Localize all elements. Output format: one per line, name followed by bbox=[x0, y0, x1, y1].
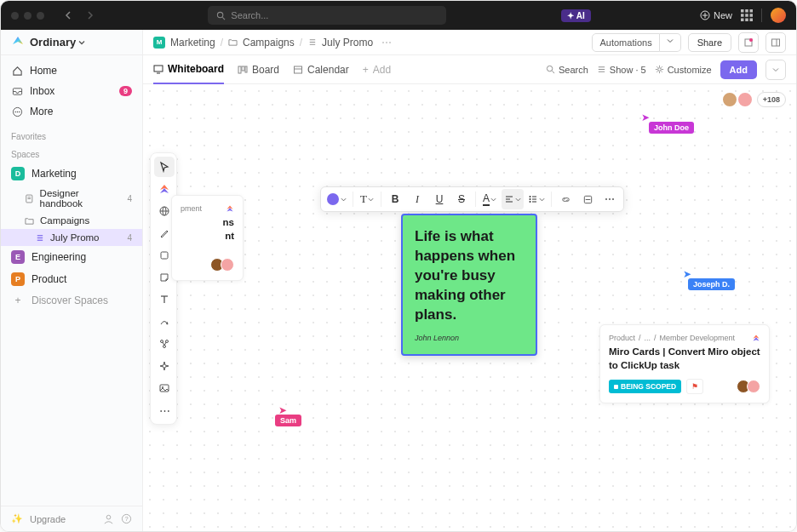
avatar bbox=[721, 91, 738, 108]
breadcrumb-space[interactable]: Marketing bbox=[170, 37, 215, 49]
plus-icon: + bbox=[363, 64, 369, 76]
tool-connector[interactable] bbox=[154, 312, 175, 332]
nav-more[interactable]: More bbox=[1, 101, 142, 122]
nav-forward-button[interactable] bbox=[80, 6, 99, 25]
more-circle-icon bbox=[11, 106, 23, 117]
nav-inbox[interactable]: Inbox 9 bbox=[1, 81, 142, 101]
italic-button[interactable]: I bbox=[407, 189, 427, 209]
task-status-badge[interactable]: BEING SCOPED bbox=[609, 380, 681, 393]
svg-rect-33 bbox=[154, 66, 163, 72]
tool-more[interactable]: ⋯ bbox=[154, 400, 175, 420]
workspace-switcher[interactable]: Ordinary bbox=[1, 30, 142, 55]
tool-text[interactable] bbox=[154, 289, 175, 310]
add-view-button[interactable]: + Add bbox=[363, 55, 391, 84]
global-search-input[interactable]: Search... bbox=[208, 6, 446, 25]
sidebar-list-july-promo[interactable]: July Promo 4 bbox=[1, 229, 142, 246]
avatar bbox=[737, 91, 754, 108]
sidebar-folder-campaigns[interactable]: Campaigns bbox=[1, 212, 142, 229]
spaces-header[interactable]: Spaces bbox=[1, 145, 142, 163]
new-button[interactable]: New bbox=[700, 10, 732, 20]
tool-relationship[interactable] bbox=[154, 334, 175, 354]
text-color-button[interactable]: A bbox=[479, 189, 500, 209]
chevron-down-icon[interactable] bbox=[660, 33, 681, 52]
underline-button[interactable]: U bbox=[429, 189, 450, 209]
space-engineering[interactable]: E Engineering bbox=[1, 246, 142, 268]
nav-more-label: More bbox=[30, 106, 53, 117]
align-button[interactable] bbox=[502, 189, 524, 209]
sparkle-icon: ✨ bbox=[11, 513, 23, 524]
space-product-icon: P bbox=[11, 272, 25, 286]
space-marketing[interactable]: D Marketing bbox=[1, 163, 142, 185]
tab-board[interactable]: Board bbox=[238, 55, 279, 84]
task-priority-flag[interactable]: ⚑ bbox=[686, 379, 703, 394]
bold-button[interactable]: B bbox=[385, 189, 405, 209]
search-placeholder: Search... bbox=[231, 10, 268, 20]
strikethrough-button[interactable]: S bbox=[451, 189, 472, 209]
avatar bbox=[221, 258, 234, 272]
link-button[interactable] bbox=[555, 189, 576, 209]
task-crumb-list[interactable]: Member Development bbox=[660, 334, 736, 342]
help-icon[interactable]: ? bbox=[121, 513, 132, 524]
text-style-button[interactable]: T bbox=[357, 189, 377, 209]
favorites-header[interactable]: Favorites bbox=[1, 127, 142, 145]
nav-home[interactable]: Home bbox=[1, 60, 142, 81]
tool-ai[interactable] bbox=[154, 356, 175, 376]
user-icon[interactable] bbox=[103, 513, 114, 524]
user-avatar[interactable] bbox=[771, 8, 786, 23]
svg-point-0 bbox=[218, 12, 223, 17]
breadcrumb-list[interactable]: July Promo bbox=[322, 37, 373, 49]
inbox-icon bbox=[11, 85, 23, 97]
sidebar-toggle-button[interactable] bbox=[765, 32, 786, 53]
automations-button[interactable]: Automations bbox=[592, 33, 680, 52]
views-bar: Whiteboard Board Calendar + Add Search bbox=[143, 55, 796, 84]
document-icon bbox=[25, 194, 34, 203]
tool-select[interactable] bbox=[154, 157, 175, 177]
sticky-note-author: John Lennon bbox=[415, 334, 524, 342]
show-button[interactable]: Show · 5 bbox=[597, 65, 646, 75]
fill-color-button[interactable] bbox=[324, 189, 349, 209]
view-search-button[interactable]: Search bbox=[546, 65, 588, 75]
list-icon bbox=[35, 233, 44, 243]
cursor-label-sam: Sam bbox=[275, 415, 301, 426]
sidebar-doc-designer-handbook[interactable]: Designer handbook 4 bbox=[1, 185, 142, 212]
task-crumb-space[interactable]: Product bbox=[609, 334, 635, 342]
task-card-partial[interactable]: pment nsnt bbox=[171, 195, 244, 281]
discover-spaces[interactable]: + Discover Spaces bbox=[1, 290, 142, 311]
space-engineering-icon: E bbox=[11, 250, 25, 264]
inbox-badge: 9 bbox=[119, 86, 132, 96]
task-card[interactable]: Product/ .../ Member Development Miro Ca… bbox=[599, 324, 770, 403]
apps-grid-icon[interactable] bbox=[741, 9, 753, 21]
add-dropdown-button[interactable] bbox=[765, 60, 786, 80]
ai-button[interactable]: ✦ AI bbox=[561, 9, 591, 22]
collaborator-stack[interactable]: +108 bbox=[726, 91, 786, 108]
more-icon[interactable]: ⋯ bbox=[381, 37, 392, 49]
tool-image[interactable] bbox=[154, 378, 175, 398]
svg-rect-5 bbox=[750, 9, 754, 13]
space-product[interactable]: P Product bbox=[1, 268, 142, 290]
nav-back-button[interactable] bbox=[60, 6, 78, 25]
sticky-note[interactable]: Life is what happens when you're busy ma… bbox=[401, 214, 537, 356]
sticky-note-text[interactable]: Life is what happens when you're busy ma… bbox=[415, 227, 524, 325]
whiteboard-canvas[interactable]: +108 ⋯ pment bbox=[143, 84, 796, 531]
convert-task-button[interactable] bbox=[577, 189, 598, 209]
breadcrumb: M Marketing / Campaigns / July Promo ⋯ A… bbox=[143, 30, 796, 55]
list-button[interactable] bbox=[525, 189, 548, 209]
tab-calendar[interactable]: Calendar bbox=[293, 55, 349, 84]
svg-rect-6 bbox=[741, 14, 744, 17]
list-icon bbox=[307, 37, 317, 47]
window-min-dot[interactable] bbox=[24, 12, 32, 20]
gear-icon bbox=[655, 65, 664, 74]
window-close-dot[interactable] bbox=[11, 12, 19, 20]
avatar-overflow-count[interactable]: +108 bbox=[757, 92, 786, 107]
breadcrumb-folder[interactable]: Campaigns bbox=[243, 37, 295, 49]
space-marketing-icon: D bbox=[11, 167, 25, 180]
task-card-title[interactable]: Miro Cards | Convert Miro object to Clic… bbox=[609, 346, 760, 372]
customize-button[interactable]: Customize bbox=[655, 65, 712, 75]
add-button[interactable]: Add bbox=[720, 60, 757, 79]
notification-button[interactable] bbox=[738, 32, 759, 53]
upgrade-button[interactable]: Upgrade bbox=[30, 514, 66, 524]
window-max-dot[interactable] bbox=[37, 12, 44, 20]
format-more-button[interactable]: ⋯ bbox=[599, 189, 620, 209]
tab-whiteboard[interactable]: Whiteboard bbox=[153, 55, 224, 84]
share-button[interactable]: Share bbox=[688, 33, 731, 52]
